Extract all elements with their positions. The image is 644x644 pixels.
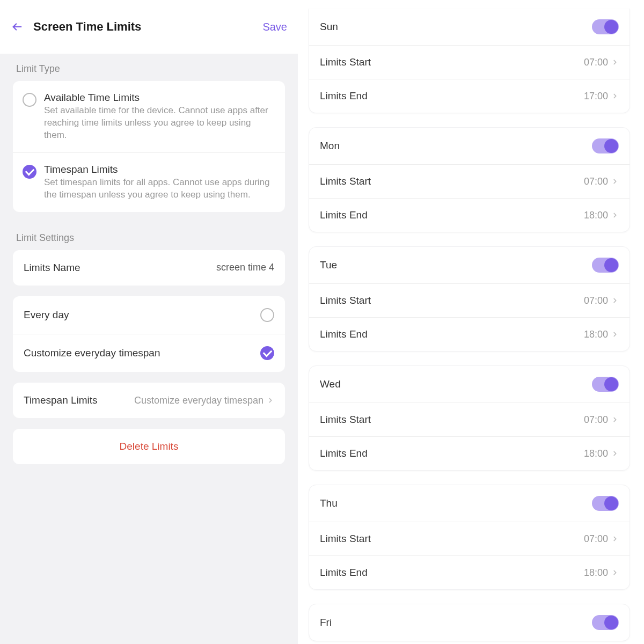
limits-end-row[interactable]: Limits End18:00 <box>309 555 630 589</box>
row-value: 07:00 <box>584 533 619 545</box>
schedule-mode-card: Every day Customize everyday timespan <box>13 296 285 372</box>
radio-icon <box>23 165 36 179</box>
limits-start-row[interactable]: Limits Start07:00 <box>309 45 630 79</box>
day-header: Mon <box>309 128 630 164</box>
option-timespan-limits[interactable]: Timespan Limits Set timespan limits for … <box>13 152 285 212</box>
limits-name-value: screen time 4 <box>216 262 274 273</box>
toggle-knob <box>604 616 618 630</box>
option-title: Available Time Limits <box>44 92 275 104</box>
toggle-knob <box>604 258 618 272</box>
day-toggle[interactable] <box>592 138 619 153</box>
chevron-right-icon <box>611 450 619 457</box>
day-toggle[interactable] <box>592 258 619 273</box>
option-available-time-limits[interactable]: Available Time Limits Set available time… <box>13 81 285 152</box>
day-name: Thu <box>320 497 338 509</box>
row-label: Limits End <box>320 209 368 221</box>
row-label: Limits Start <box>320 295 371 306</box>
day-toggle[interactable] <box>592 377 619 392</box>
day-card: TueLimits Start07:00 Limits End18:00 <box>309 246 630 352</box>
page-title: Screen Time Limits <box>33 20 262 34</box>
chevron-right-icon <box>611 211 619 219</box>
row-value: 07:00 <box>584 57 619 68</box>
row-label: Limits End <box>320 90 368 102</box>
row-label: Limits Start <box>320 175 371 187</box>
row-value: 18:00 <box>584 210 619 221</box>
day-card: Fri <box>309 604 630 641</box>
day-card: SunLimits Start07:00 Limits End17:00 <box>309 9 630 113</box>
timespan-summary-row[interactable]: Timespan Limits Customize everyday times… <box>13 383 285 419</box>
timespan-summary-label: Timespan Limits <box>24 394 98 406</box>
limits-end-row[interactable]: Limits End17:00 <box>309 79 630 113</box>
row-label: Limits End <box>320 567 368 579</box>
toggle-knob <box>604 20 618 34</box>
toggle-knob <box>604 377 618 391</box>
chevron-right-icon <box>611 178 619 185</box>
row-label: Limits End <box>320 328 368 340</box>
day-name: Sun <box>320 21 338 33</box>
day-card: MonLimits Start07:00 Limits End18:00 <box>309 127 630 232</box>
day-name: Mon <box>320 140 340 152</box>
row-value: 07:00 <box>584 176 619 187</box>
row-label: Limits End <box>320 448 368 459</box>
limits-start-row[interactable]: Limits Start07:00 <box>309 522 630 555</box>
row-label: Limits Start <box>320 56 371 68</box>
toggle-knob <box>604 496 618 510</box>
day-header: Wed <box>309 366 630 402</box>
day-toggle[interactable] <box>592 19 619 34</box>
chevron-right-icon <box>611 416 619 423</box>
timespan-summary-value: Customize everyday timespan <box>134 394 264 407</box>
row-value: 18:00 <box>584 329 619 340</box>
settings-pane: Screen Time Limits Save Limit Type Avail… <box>0 0 298 644</box>
row-value: 07:00 <box>584 295 619 306</box>
day-header: Thu <box>309 485 630 522</box>
radio-icon <box>260 308 274 322</box>
row-value: 07:00 <box>584 414 619 426</box>
option-label: Customize everyday timespan <box>24 347 160 359</box>
limits-start-row[interactable]: Limits Start07:00 <box>309 283 630 317</box>
limits-end-row[interactable]: Limits End18:00 <box>309 198 630 232</box>
row-value: 17:00 <box>584 91 619 102</box>
option-every-day[interactable]: Every day <box>13 296 285 334</box>
day-header: Sun <box>309 9 630 45</box>
back-icon[interactable] <box>11 20 24 33</box>
section-limit-type-label: Limit Type <box>0 54 298 81</box>
day-name: Wed <box>320 378 341 390</box>
row-label: Limits Start <box>320 533 371 545</box>
header: Screen Time Limits Save <box>0 0 298 54</box>
limits-end-row[interactable]: Limits End18:00 <box>309 436 630 470</box>
row-value: 18:00 <box>584 567 619 579</box>
section-limit-settings-label: Limit Settings <box>0 223 298 250</box>
day-header: Fri <box>309 604 630 641</box>
limit-type-card: Available Time Limits Set available time… <box>13 81 285 212</box>
day-name: Fri <box>320 617 332 628</box>
day-card: WedLimits Start07:00 Limits End18:00 <box>309 365 630 471</box>
limits-end-row[interactable]: Limits End18:00 <box>309 317 630 351</box>
chevron-right-icon <box>611 58 619 66</box>
day-header: Tue <box>309 247 630 283</box>
radio-icon <box>260 346 274 360</box>
day-card: ThuLimits Start07:00 Limits End18:00 <box>309 485 630 590</box>
limits-start-row[interactable]: Limits Start07:00 <box>309 164 630 198</box>
day-toggle[interactable] <box>592 615 619 630</box>
day-toggle[interactable] <box>592 496 619 511</box>
chevron-right-icon <box>611 535 619 543</box>
save-button[interactable]: Save <box>262 21 287 33</box>
chevron-right-icon <box>267 397 274 404</box>
chevron-right-icon <box>611 92 619 100</box>
limits-name-label: Limits Name <box>24 262 80 274</box>
row-value: 18:00 <box>584 448 619 459</box>
limits-start-row[interactable]: Limits Start07:00 <box>309 402 630 436</box>
radio-icon <box>23 93 36 107</box>
option-customize-everyday[interactable]: Customize everyday timespan <box>13 334 285 372</box>
delete-limits-button[interactable]: Delete Limits <box>13 429 285 464</box>
option-label: Every day <box>24 309 69 321</box>
option-desc: Set timespan limits for all apps. Cannot… <box>44 177 275 201</box>
row-label: Limits Start <box>320 414 371 426</box>
toggle-knob <box>604 139 618 153</box>
option-title: Timespan Limits <box>44 164 275 175</box>
option-desc: Set available time for the device. Canno… <box>44 105 275 142</box>
chevron-right-icon <box>611 331 619 338</box>
chevron-right-icon <box>611 297 619 304</box>
day-schedule-pane: SunLimits Start07:00 Limits End17:00 Mon… <box>298 0 644 644</box>
limits-name-card[interactable]: Limits Name screen time 4 <box>13 250 285 286</box>
